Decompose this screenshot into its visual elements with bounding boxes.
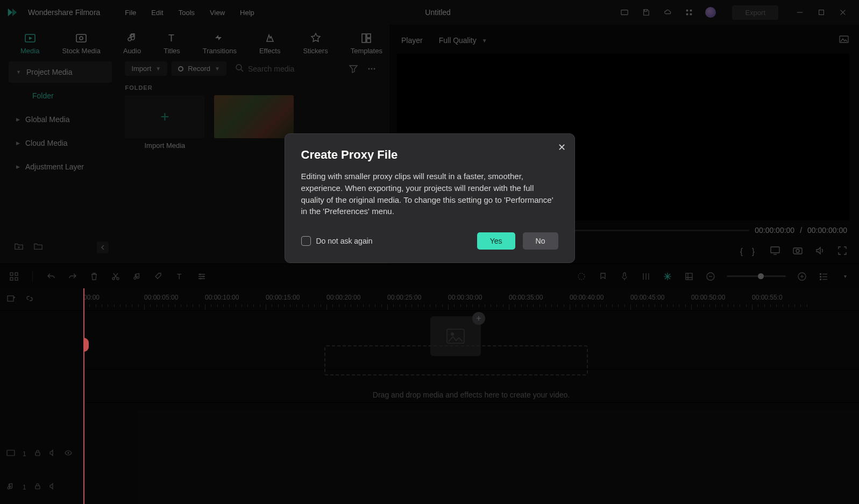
- playhead[interactable]: [83, 288, 84, 504]
- modal-overlay: ✕ Create Proxy File Editing with smaller…: [0, 0, 859, 504]
- proxy-dialog: ✕ Create Proxy File Editing with smaller…: [285, 133, 575, 263]
- yes-button[interactable]: Yes: [477, 232, 515, 250]
- dialog-footer: Do not ask again Yes No: [301, 232, 558, 250]
- close-icon[interactable]: ✕: [558, 141, 566, 153]
- dialog-body: Editing with smaller proxy clips will re…: [301, 171, 558, 217]
- dont-ask-checkbox[interactable]: [301, 236, 311, 246]
- no-button[interactable]: No: [523, 232, 558, 250]
- app-root: Wondershare Filmora File Edit Tools View…: [0, 0, 859, 504]
- dont-ask-label: Do not ask again: [316, 237, 373, 245]
- dialog-title: Create Proxy File: [301, 148, 558, 162]
